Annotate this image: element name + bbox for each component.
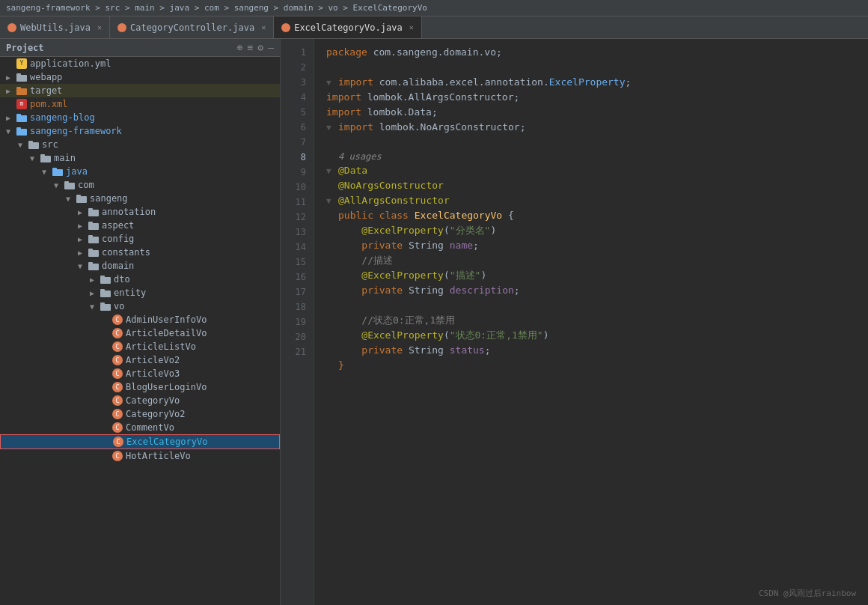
tree-item-categoryvo2[interactable]: C CategoryVo2 xyxy=(0,407,280,421)
tree-item-java[interactable]: ▼ java xyxy=(0,165,280,178)
tab-excelcategoryvo[interactable]: ExcelCategoryVo.java ✕ xyxy=(274,16,422,38)
svg-rect-11 xyxy=(40,154,45,156)
tree-item-articlevo3[interactable]: C ArticleVo3 xyxy=(0,367,280,380)
svg-rect-1 xyxy=(16,73,21,76)
tree-item-constants[interactable]: ▶ constants xyxy=(0,246,280,259)
class-icon-articledetailvo: C xyxy=(112,328,123,338)
tab-webutils[interactable]: WebUtils.java ✕ xyxy=(0,16,110,38)
svg-rect-17 xyxy=(76,195,81,197)
folder-icon-constants xyxy=(88,248,99,257)
tree-item-articlelistvo[interactable]: C ArticleListVo xyxy=(0,340,280,353)
tree-arrow-constants: ▶ xyxy=(78,249,88,257)
class-icon-categoryvo2: C xyxy=(112,409,123,419)
collapse-icon[interactable]: ≡ xyxy=(248,42,254,53)
svg-rect-7 xyxy=(16,127,21,130)
class-icon-articlevo2: C xyxy=(112,355,123,365)
tree-item-vo[interactable]: ▼ vo xyxy=(0,300,280,313)
code-content[interactable]: package com.sangeng.domain.vo; ▼import c… xyxy=(314,39,868,605)
folder-icon-sangeng-framework xyxy=(16,127,27,136)
tree-item-commentvo[interactable]: C CommentVo xyxy=(0,421,280,434)
svg-rect-10 xyxy=(40,156,51,162)
tree-arrow-vo: ▼ xyxy=(90,302,100,311)
tree-item-aspect[interactable]: ▶ aspect xyxy=(0,219,280,232)
folder-icon-src xyxy=(28,140,39,149)
tree-item-domain[interactable]: ▼ domain xyxy=(0,259,280,273)
tab-close-excelcategoryvo[interactable]: ✕ xyxy=(409,23,414,31)
settings-icon[interactable]: ⚙ xyxy=(257,42,263,53)
code-line-2 xyxy=(326,60,856,75)
svg-rect-24 xyxy=(88,250,99,257)
svg-rect-2 xyxy=(16,88,27,95)
code-line-3: ▼import com.alibaba.excel.annotation.Exc… xyxy=(326,75,856,90)
svg-rect-14 xyxy=(64,183,75,189)
tree-item-entity[interactable]: ▶ entity xyxy=(0,286,280,300)
tab-bar: WebUtils.java ✕ CategoryController.java … xyxy=(0,16,868,39)
tree-item-articledetailvo[interactable]: C ArticleDetailVo xyxy=(0,326,280,340)
code-line-15: @ExcelProperty("描述") xyxy=(326,268,856,283)
folder-icon-vo xyxy=(100,302,111,311)
svg-rect-9 xyxy=(28,141,33,143)
tree-item-pom-xml[interactable]: m pom.xml xyxy=(0,97,280,111)
code-line-7 xyxy=(326,135,856,150)
tree-item-hotarticlevo[interactable]: C HotArticleVo xyxy=(0,449,280,463)
svg-rect-6 xyxy=(16,129,27,136)
tab-categorycontroller[interactable]: CategoryController.java ✕ xyxy=(110,16,274,38)
folder-icon-target xyxy=(16,86,27,95)
tree-item-application-yml[interactable]: Y application.yml xyxy=(0,57,280,70)
svg-rect-15 xyxy=(64,181,69,183)
svg-rect-28 xyxy=(100,277,111,284)
class-icon-bloguserloginvo: C xyxy=(112,382,123,392)
svg-rect-31 xyxy=(100,289,105,291)
code-line-11: public class ExcelCategoryVo { xyxy=(326,208,856,223)
folder-icon-sangeng-blog xyxy=(16,113,27,122)
editor[interactable]: 1 2 3 4 5 6 7 8 9 10 11 12 13 14 15 16 1… xyxy=(281,39,868,605)
tree-item-webapp[interactable]: ▶ webapp xyxy=(0,70,280,84)
folder-icon-main xyxy=(40,153,51,162)
class-icon-categoryvo: C xyxy=(112,395,123,406)
tree-arrow-sangeng-blog: ▶ xyxy=(6,114,16,122)
svg-rect-16 xyxy=(76,196,87,203)
svg-rect-27 xyxy=(88,262,93,264)
tree-item-sangeng[interactable]: ▼ sangeng xyxy=(0,192,280,205)
tree-arrow-sangeng: ▼ xyxy=(66,195,76,203)
tree-item-target[interactable]: ▶ target xyxy=(0,84,280,97)
code-line-1: package com.sangeng.domain.vo; xyxy=(326,45,856,60)
tree-arrow-target: ▶ xyxy=(6,87,16,95)
code-line-10: ▼@AllArgsConstructor xyxy=(326,193,856,208)
code-line-5: import lombok.Data; xyxy=(326,105,856,120)
svg-rect-30 xyxy=(100,291,111,297)
minimize-icon[interactable]: — xyxy=(268,42,274,53)
svg-rect-8 xyxy=(28,142,39,149)
folder-icon-java xyxy=(52,167,63,176)
tab-close-webutils[interactable]: ✕ xyxy=(97,23,102,31)
file-tree: Y application.yml ▶ webapp ▶ target xyxy=(0,57,280,463)
class-icon-hotarticlevo: C xyxy=(112,451,123,461)
svg-rect-19 xyxy=(88,208,93,210)
tree-item-sangeng-framework[interactable]: ▼ sangeng-framework xyxy=(0,124,280,138)
tree-item-articlevo2[interactable]: C ArticleVo2 xyxy=(0,353,280,367)
code-area: 1 2 3 4 5 6 7 8 9 10 11 12 13 14 15 16 1… xyxy=(281,39,868,605)
folder-icon-sangeng xyxy=(76,194,87,203)
tree-item-sangeng-blog[interactable]: ▶ sangeng-blog xyxy=(0,111,280,124)
line-numbers: 1 2 3 4 5 6 7 8 9 10 11 12 13 14 15 16 1… xyxy=(281,39,314,605)
tree-item-com[interactable]: ▼ com xyxy=(0,178,280,192)
tree-item-src[interactable]: ▼ src xyxy=(0,138,280,151)
folder-icon-webapp xyxy=(16,73,27,82)
svg-rect-25 xyxy=(88,249,93,251)
tree-item-categoryvo[interactable]: C CategoryVo xyxy=(0,394,280,407)
tab-close-categorycontroller[interactable]: ✕ xyxy=(261,23,266,31)
tree-arrow-java: ▼ xyxy=(42,168,52,176)
tree-item-excelcategoryvo[interactable]: C ExcelCategoryVo xyxy=(0,434,280,449)
tree-item-config[interactable]: ▶ config xyxy=(0,232,280,246)
tree-item-bloguserloginvo[interactable]: C BlogUserLoginVo xyxy=(0,380,280,394)
tab-icon-webutils xyxy=(7,23,16,32)
tree-item-adminuserinfovo[interactable]: C AdminUserInfoVo xyxy=(0,313,280,326)
svg-rect-5 xyxy=(16,114,21,116)
tree-item-dto[interactable]: ▶ dto xyxy=(0,273,280,286)
add-icon[interactable]: ⊕ xyxy=(237,42,243,53)
svg-rect-18 xyxy=(88,210,99,216)
tree-item-main[interactable]: ▼ main xyxy=(0,151,280,165)
tree-item-annotation[interactable]: ▶ annotation xyxy=(0,205,280,219)
class-icon-articlelistvo: C xyxy=(112,341,123,352)
class-icon-articlevo3: C xyxy=(112,368,123,379)
